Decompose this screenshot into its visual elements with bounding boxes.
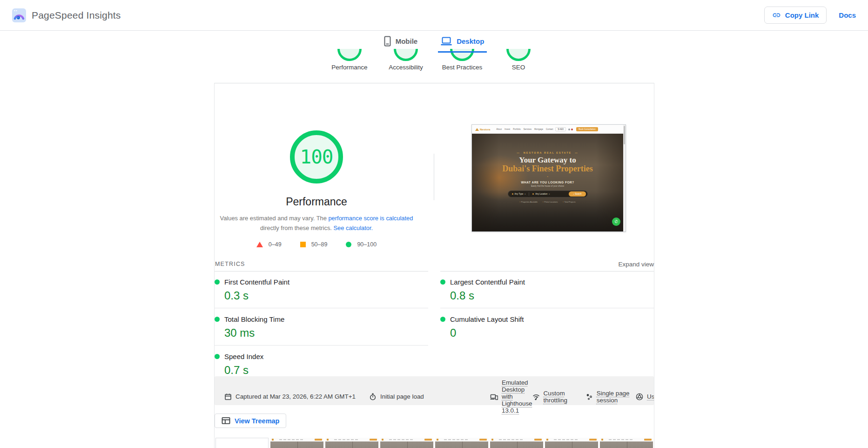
site-book-consultation-button: Book Consultation [576,127,598,131]
frame-nav-links [334,439,358,440]
frame-logo-icon [327,439,329,441]
tab-mobile-label: Mobile [396,37,418,45]
report-top-divider [214,83,654,83]
flag-icon [571,129,573,130]
frame-cta-pill [589,439,597,441]
app-title: PageSpeed Insights [32,10,121,21]
site-stats-row: •Properties Available •Prime Locations •… [519,201,575,203]
site-brand-name: Nestora [480,128,490,131]
site-nav-links: About Invest Portfolio Services Mortgage… [496,128,553,130]
frame-nav-links [554,439,578,440]
site-stat-2: •Prime Locations [543,201,558,203]
throttling-info: Custom throttling [532,390,585,404]
site-stat-1: •Properties Available [519,201,538,203]
frame-nav-links [499,439,523,440]
frame-navbar [435,438,488,441]
legend-fail: 0–49 [256,241,282,248]
pagespeed-logo-icon [12,8,26,22]
metric-name: Largest Contentful Paint [450,278,525,286]
performance-score-value: 100 [300,146,333,168]
score-calc-link[interactable]: performance score is calculated [328,215,413,222]
metric-value: 0 [450,326,654,339]
treemap-icon [222,417,230,425]
expand-view-button[interactable]: Expand view [449,261,654,268]
docs-link[interactable]: Docs [839,11,856,19]
copy-link-label: Copy Link [785,11,819,19]
site-divider-dot: • [547,175,548,178]
pin-icon [532,193,534,195]
pass-circle-icon [346,242,351,247]
metric-value: 0.7 s [224,364,428,377]
filmstrip-blank-frame [215,438,269,448]
metric-name: Speed Index [224,353,263,360]
score-disclaimer: Values are estimated and may vary. The p… [212,214,421,233]
frame-nav-links [389,439,413,440]
devices-icon [490,393,498,400]
thumbnail-scrollbar [623,125,626,231]
disclaimer-text-2: directly from these metrics. [260,224,334,231]
frame-logo-icon [382,439,384,441]
screenshot-filmstrip [215,438,653,448]
frame-navbar [600,438,653,441]
pass-dot-icon [440,279,445,285]
chromium-icon [636,393,643,400]
filmstrip-frame [545,438,598,448]
metric-cumulative-layout-shift: Cumulative Layout Shift 0 [440,308,654,345]
legend-pass-range: 90–100 [357,241,377,248]
network-throttle-icon [532,393,540,400]
copy-link-button[interactable]: Copy Link [764,7,827,24]
tab-desktop[interactable]: Desktop [438,31,487,53]
score-legend: 0–49 50–89 90–100 [214,241,419,248]
site-nav-invest: Invest [505,128,510,130]
session-text[interactable]: Single page session [597,390,636,404]
filmstrip-frame [490,438,543,448]
header-actions: Copy Link Docs [764,7,856,24]
device-tabs: Mobile Desktop [0,31,868,53]
site-search-type-field: Any Type ▾ [512,193,526,195]
site-logo-icon [475,128,479,131]
pass-dot-icon [215,354,220,359]
legend-average-range: 50–89 [311,241,328,248]
emulation-text[interactable]: Emulated Desktop with Lighthouse 13.0.1 [502,379,532,414]
session-info: Single page session [585,390,636,404]
legend-fail-range: 0–49 [269,241,282,248]
site-tagline: — NESTORA REAL ESTATE — [517,151,579,154]
frame-cta-pill [315,439,322,441]
legend-pass: 90–100 [346,241,377,248]
page-load-type: Initial page load [369,393,490,400]
seo-score-label: SEO [491,64,547,71]
thumbnail-scrollbar-thumb [624,126,625,144]
metrics-left-column: First Contentful Paint 0.3 s Total Block… [215,271,428,382]
legend-average: 50–89 [300,241,328,248]
frame-nav-links [444,439,468,440]
gauge-screenshot-divider [434,154,434,200]
captured-at-text: Captured at Mar 23, 2026, 6:22 AM GMT+1 [236,393,356,400]
capture-info-bar: Captured at Mar 23, 2026, 6:22 AM GMT+1 … [215,376,654,405]
performance-score-label: Performance [322,64,378,71]
metric-total-blocking-time: Total Blocking Time 30 ms [215,308,428,346]
frame-navbar [490,438,543,441]
globe-icon [568,129,570,130]
metrics-section-label: METRICS [215,261,245,267]
metric-value: 30 ms [224,326,428,339]
frame-navbar [380,438,433,441]
see-calculator-link[interactable]: See calculator. [334,224,373,231]
browser-text[interactable]: Using HeadlessChromium 145.0.7632.159 wi… [647,393,654,400]
frame-cta-pill [479,439,487,441]
filmstrip-frame [325,438,378,448]
home-icon [512,193,513,195]
frame-hero [490,441,543,448]
filmstrip-frame [600,438,653,448]
view-treemap-button[interactable]: View Treemap [215,414,286,428]
metric-value: 0.8 s [450,289,654,302]
site-search-button: ⌕ Search [569,191,585,197]
frame-navbar [325,438,378,441]
mobile-icon [384,36,391,47]
frame-hero [325,441,378,448]
best-practices-score-label: Best Practices [434,64,491,71]
whatsapp-icon: ✆ [612,217,620,226]
throttling-text[interactable]: Custom throttling [544,390,585,404]
emulation-info: Emulated Desktop with Lighthouse 13.0.1 [490,379,532,414]
tab-mobile[interactable]: Mobile [381,31,421,53]
desktop-icon [441,37,452,46]
